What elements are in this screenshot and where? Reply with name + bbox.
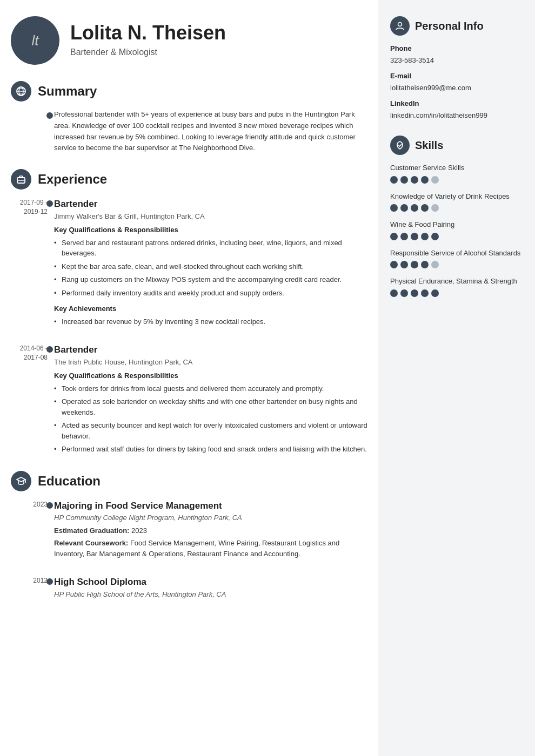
exp2-qual-label: Key Qualifications & Responsibilities bbox=[54, 370, 367, 381]
skill-dot-0-2 bbox=[411, 176, 418, 184]
right-column: Personal Info Phone 323-583-3514 E-mail … bbox=[378, 0, 535, 756]
skill-dot-0-3 bbox=[421, 176, 429, 184]
education-timeline: 2023 Majoring in Food Service Management… bbox=[11, 499, 367, 600]
exp1-qual-1: Served bar and restaurant patrons ordere… bbox=[54, 238, 367, 259]
exp1-title: Bartender bbox=[54, 197, 367, 211]
education-title: Education bbox=[38, 471, 101, 491]
edu1-date: 2023 bbox=[11, 500, 48, 509]
skill-item-2: Wine & Food Pairing bbox=[390, 219, 523, 240]
skill-name-1: Knowledge of Variety of Drink Recipes bbox=[390, 191, 523, 202]
candidate-subtitle: Bartender & Mixologist bbox=[70, 46, 226, 59]
skill-dot-3-0 bbox=[390, 261, 398, 268]
avatar: lt bbox=[11, 16, 59, 65]
skill-dot-1-0 bbox=[390, 204, 398, 212]
email-block: E-mail lolitatheisen999@me.com bbox=[390, 71, 523, 93]
linkedin-block: LinkedIn linkedin.com/in/lolitatheisen99… bbox=[390, 98, 523, 120]
edu2-degree: High School Diploma bbox=[54, 575, 367, 589]
linkedin-value: linkedin.com/in/lolitatheisen999 bbox=[390, 110, 523, 121]
phone-block: Phone 323-583-3514 bbox=[390, 43, 523, 65]
linkedin-label: LinkedIn bbox=[390, 98, 523, 109]
summary-section: Summary Professional bartender with 5+ y… bbox=[11, 81, 367, 154]
edu1-degree: Majoring in Food Service Management bbox=[54, 499, 367, 513]
skill-dot-3-1 bbox=[400, 261, 408, 268]
edu-item-2: 2012 High School Diploma HP Public High … bbox=[54, 575, 367, 599]
skill-dot-4-4 bbox=[431, 289, 439, 297]
skill-item-3: Responsible Service of Alcohol Standards bbox=[390, 248, 523, 269]
edu1-school: HP Community College Night Program, Hunt… bbox=[54, 512, 367, 523]
exp2-qual-4: Performed wait staff duties for diners b… bbox=[54, 444, 367, 455]
skill-dots-4 bbox=[390, 289, 523, 297]
exp1-ach-1: Increased bar revenue by 5% by inventing… bbox=[54, 316, 367, 327]
phone-label: Phone bbox=[390, 43, 523, 54]
summary-title: Summary bbox=[38, 82, 97, 101]
skill-dot-1-4 bbox=[431, 204, 439, 212]
experience-icon bbox=[11, 169, 31, 190]
education-section: Education 2023 Majoring in Food Service … bbox=[11, 471, 367, 600]
exp2-qual-3: Acted as security bouncer and kept watch… bbox=[54, 420, 367, 441]
exp1-qual-4: Performed daily inventory audits and wee… bbox=[54, 288, 367, 299]
skill-dot-2-0 bbox=[390, 233, 398, 240]
edu1-graduation-value: 2023 bbox=[131, 526, 147, 535]
edu1-graduation: Estimated Graduation: 2023 bbox=[54, 525, 367, 536]
skill-dot-2-1 bbox=[400, 233, 408, 240]
exp1-dot bbox=[46, 200, 53, 207]
initials: lt bbox=[32, 30, 39, 51]
skill-dot-4-2 bbox=[411, 289, 418, 297]
skills-list: Customer Service SkillsKnowledge of Vari… bbox=[390, 163, 523, 297]
experience-item-1: 2017-09 - 2019-12 Bartender Jimmy Walker… bbox=[54, 197, 367, 327]
exp2-qual-1: Took orders for drinks from local guests… bbox=[54, 383, 367, 394]
skill-dot-3-2 bbox=[411, 261, 418, 268]
resume-header: lt Lolita N. Theisen Bartender & Mixolog… bbox=[11, 16, 367, 65]
email-value: lolitatheisen999@me.com bbox=[390, 83, 523, 93]
experience-section-header: Experience bbox=[11, 169, 367, 190]
skill-dots-1 bbox=[390, 204, 523, 212]
edu1-graduation-label: Estimated Graduation: bbox=[54, 526, 129, 535]
skills-header: Skills bbox=[390, 136, 523, 155]
skill-dot-1-2 bbox=[411, 204, 418, 212]
summary-icon bbox=[11, 81, 31, 102]
skill-dot-0-1 bbox=[400, 176, 408, 184]
exp1-ach-label: Key Achievements bbox=[54, 303, 367, 314]
email-label: E-mail bbox=[390, 71, 523, 82]
experience-timeline: 2017-09 - 2019-12 Bartender Jimmy Walker… bbox=[11, 197, 367, 455]
page: lt Lolita N. Theisen Bartender & Mixolog… bbox=[0, 0, 535, 756]
exp1-date: 2017-09 - 2019-12 bbox=[11, 198, 48, 217]
candidate-name: Lolita N. Theisen bbox=[70, 22, 226, 44]
education-section-header: Education bbox=[11, 471, 367, 491]
edu1-coursework-label: Relevant Coursework: bbox=[54, 539, 128, 547]
summary-area: Professional bartender with 5+ years of … bbox=[11, 109, 367, 154]
skill-dots-0 bbox=[390, 176, 523, 184]
personal-info-header: Personal Info bbox=[390, 16, 523, 36]
skill-dots-2 bbox=[390, 233, 523, 240]
exp2-company: The Irish Public House, Huntington Park,… bbox=[54, 357, 367, 368]
exp2-qual-list: Took orders for drinks from local guests… bbox=[54, 383, 367, 455]
exp1-qual-2: Kept the bar area safe, clean, and well-… bbox=[54, 261, 367, 272]
personal-info-icon bbox=[390, 16, 410, 36]
edu2-dot bbox=[46, 578, 53, 585]
skill-dot-0-0 bbox=[390, 176, 398, 184]
personal-info-section: Personal Info Phone 323-583-3514 E-mail … bbox=[390, 16, 523, 120]
skills-section: Skills Customer Service SkillsKnowledge … bbox=[390, 136, 523, 297]
edu1-dot bbox=[46, 502, 53, 509]
exp1-qual-label: Key Qualifications & Responsibilities bbox=[54, 225, 367, 235]
summary-section-header: Summary bbox=[11, 81, 367, 102]
exp1-ach-list: Increased bar revenue by 5% by inventing… bbox=[54, 316, 367, 327]
skill-dots-3 bbox=[390, 261, 523, 268]
skill-dot-2-2 bbox=[411, 233, 418, 240]
skill-dot-1-1 bbox=[400, 204, 408, 212]
svg-point-9 bbox=[398, 23, 402, 26]
skill-dot-2-3 bbox=[421, 233, 429, 240]
edu2-school: HP Public High School of the Arts, Hunti… bbox=[54, 589, 367, 600]
experience-title: Experience bbox=[38, 170, 107, 189]
skill-name-0: Customer Service Skills bbox=[390, 163, 523, 173]
skill-item-0: Customer Service Skills bbox=[390, 163, 523, 184]
skill-dot-2-4 bbox=[431, 233, 439, 240]
skill-item-1: Knowledge of Variety of Drink Recipes bbox=[390, 191, 523, 212]
skills-title: Skills bbox=[415, 137, 443, 153]
left-column: lt Lolita N. Theisen Bartender & Mixolog… bbox=[0, 0, 378, 756]
exp1-qual-3: Rang up customers on the Mixway POS syst… bbox=[54, 274, 367, 285]
skill-item-4: Physical Endurance, Stamina & Strength bbox=[390, 276, 523, 297]
skill-dot-1-3 bbox=[421, 204, 429, 212]
skill-name-3: Responsible Service of Alcohol Standards bbox=[390, 248, 523, 259]
edu1-coursework: Relevant Coursework: Food Service Manage… bbox=[54, 538, 367, 559]
